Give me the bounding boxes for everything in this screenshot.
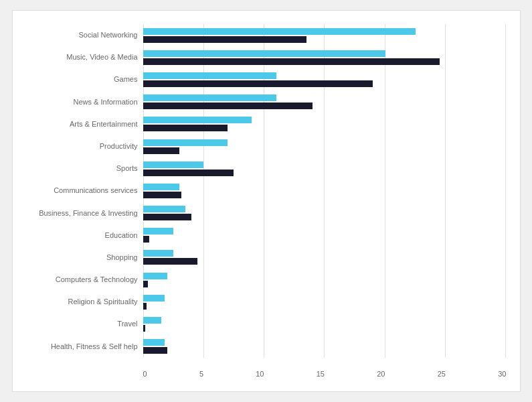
traffic-bar (143, 161, 204, 168)
y-label: Productivity (19, 137, 138, 156)
traffic-bar (143, 317, 161, 324)
bar-group (143, 159, 507, 178)
revenue-bar (143, 303, 147, 310)
bar-group (143, 48, 507, 67)
traffic-bar (143, 273, 167, 279)
traffic-bar (143, 94, 276, 101)
y-label: Shopping (19, 248, 138, 267)
x-axis-label: 5 (199, 370, 203, 378)
traffic-bar (143, 228, 173, 234)
revenue-bar (143, 325, 146, 332)
traffic-bar (143, 206, 185, 212)
bar-group (143, 293, 507, 312)
y-label: Travel (19, 315, 138, 334)
x-axis-label: 0 (143, 370, 147, 378)
traffic-bar (143, 50, 385, 57)
traffic-bar (143, 28, 416, 35)
bar-group (143, 315, 507, 334)
y-label: Communications services (19, 182, 138, 200)
x-axis-label: 30 (498, 370, 506, 378)
bar-group (143, 204, 507, 222)
revenue-bar (143, 236, 149, 243)
y-label: Sports (19, 159, 138, 178)
traffic-bar (143, 139, 228, 146)
y-label: Religion & Spirituality (19, 293, 138, 312)
revenue-bar (143, 80, 373, 87)
x-axis: 051015202530 (143, 370, 507, 378)
x-axis-label: 10 (256, 370, 264, 378)
revenue-bar (143, 170, 234, 176)
revenue-bar (143, 192, 182, 198)
y-label: Computers & Technology (19, 271, 138, 289)
revenue-bar (143, 281, 148, 287)
bar-group (143, 26, 507, 45)
revenue-bar (143, 58, 440, 65)
revenue-bar (143, 347, 167, 354)
bar-group (143, 92, 507, 111)
bar-group (143, 182, 507, 200)
traffic-bar (143, 339, 165, 346)
bar-group (143, 115, 507, 133)
traffic-bar (143, 117, 252, 123)
traffic-bar (143, 295, 165, 302)
x-axis-label: 15 (317, 370, 325, 378)
bar-group (143, 226, 507, 245)
revenue-bar (143, 36, 306, 43)
revenue-bar (143, 125, 228, 131)
traffic-bar (143, 250, 173, 257)
y-label: Arts & Entertainment (19, 115, 138, 133)
y-label: News & Information (19, 92, 138, 111)
bar-group (143, 137, 507, 156)
chart-area: Social NetworkingMusic, Video & MediaGam… (19, 24, 507, 358)
bar-group (143, 248, 507, 267)
bars-area: 051015202530 (143, 24, 507, 358)
y-label: Social Networking (19, 26, 138, 45)
y-label: Business, Finance & Investing (19, 204, 138, 222)
y-labels: Social NetworkingMusic, Video & MediaGam… (19, 24, 143, 358)
traffic-bar (143, 72, 276, 79)
revenue-bar (143, 214, 191, 220)
x-axis-label: 25 (438, 370, 446, 378)
bar-group (143, 337, 507, 356)
bar-group (143, 70, 507, 89)
revenue-bar (143, 258, 197, 265)
traffic-bar (143, 184, 179, 190)
y-label: Education (19, 226, 138, 245)
revenue-bar (143, 103, 313, 109)
y-label: Music, Video & Media (19, 48, 138, 67)
chart-container: Social NetworkingMusic, Video & MediaGam… (12, 10, 521, 392)
bar-group (143, 271, 507, 289)
x-axis-label: 20 (377, 370, 385, 378)
y-label: Games (19, 70, 138, 89)
revenue-bar (143, 147, 179, 154)
y-label: Health, Fitness & Self help (19, 337, 138, 356)
